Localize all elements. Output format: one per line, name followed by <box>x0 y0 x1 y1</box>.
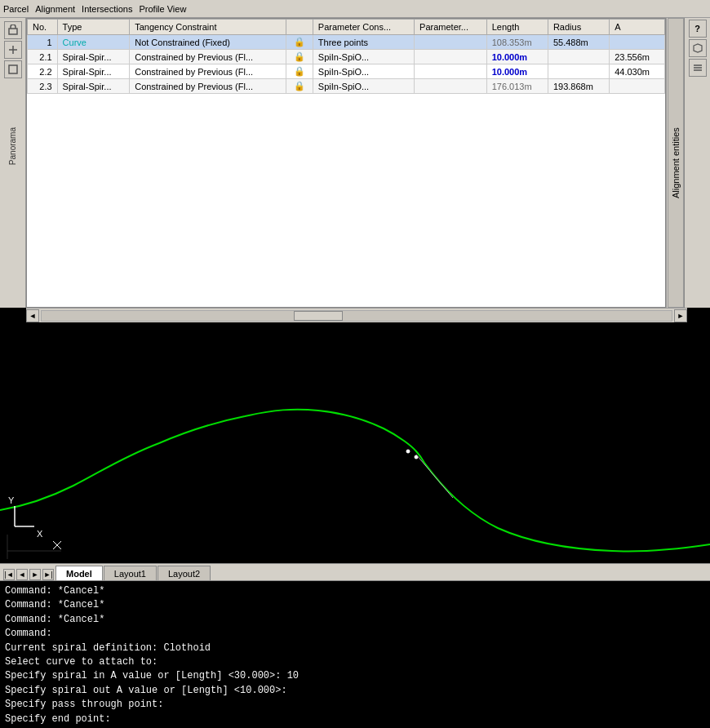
cell-lock: 🔒 <box>286 50 313 64</box>
horizontal-scrollbar[interactable]: ◄ ► <box>26 308 687 322</box>
cell-a: 23.556m <box>610 50 665 64</box>
canvas-viewport[interactable]: Y X <box>0 322 710 563</box>
alignment-entities-label[interactable]: Alignment entities <box>668 18 684 308</box>
alignment-label: Alignment <box>35 4 75 14</box>
cell-lock: 🔒 <box>286 64 313 79</box>
svg-line-9 <box>416 455 453 498</box>
col-tangency: Tangency Constraint <box>130 20 286 35</box>
cell-type: Spiral-Spir... <box>57 50 130 64</box>
table-row[interactable]: 2.1 Spiral-Spir... Constrained by Previo… <box>28 50 665 64</box>
command-line: Specify spiral in A value or [Length] <3… <box>5 669 705 683</box>
cell-param-cons: Three points <box>313 35 414 50</box>
cell-type: Spiral-Spir... <box>57 64 130 79</box>
col-a: A <box>610 20 665 35</box>
svg-text:X: X <box>37 529 43 539</box>
col-lock <box>286 20 313 35</box>
cell-type: Curve <box>57 35 130 50</box>
cell-param <box>415 64 487 79</box>
col-param: Parameter... <box>415 20 487 35</box>
svg-point-7 <box>406 450 410 453</box>
cell-radius <box>548 50 609 64</box>
cell-a <box>610 35 665 50</box>
cell-param-cons: SpiIn-SpiO... <box>313 79 414 94</box>
command-line: Specify spiral out A value or [Length] <… <box>5 684 705 698</box>
scroll-right-button[interactable]: ► <box>674 309 687 322</box>
col-no: No. <box>28 20 58 35</box>
command-area[interactable]: Command: *Cancel*Command: *Cancel*Comman… <box>0 581 710 728</box>
left-icon-strip: Panorama <box>0 18 26 308</box>
col-radius: Radius <box>548 20 609 35</box>
cell-no: 1 <box>28 35 58 50</box>
cell-param <box>415 50 487 64</box>
cell-length: 176.013m <box>486 79 548 94</box>
cell-radius: 193.868m <box>548 79 609 94</box>
command-line: Current spiral definition: Clothoid <box>5 641 705 655</box>
cell-lock: 🔒 <box>286 79 313 94</box>
table-row[interactable]: 2.3 Spiral-Spir... Constrained by Previo… <box>28 79 665 94</box>
cell-param-cons: SpiIn-SpiO... <box>313 50 414 64</box>
command-line: Command: *Cancel* <box>5 613 705 627</box>
cell-tangency: Constrained by Previous (Fl... <box>130 50 286 64</box>
left-icon-3[interactable] <box>4 60 22 78</box>
command-line: Specify pass through point: <box>5 698 705 712</box>
tab-nav-next[interactable]: ► <box>29 569 41 580</box>
cell-type: Spiral-Spir... <box>57 79 130 94</box>
cell-tangency: Constrained by Previous (Fl... <box>130 64 286 79</box>
command-line: Command: *Cancel* <box>5 584 705 598</box>
scroll-thumb[interactable] <box>294 311 343 321</box>
table-row[interactable]: 1 Curve Not Constrained (Fixed) 🔒 Three … <box>28 35 665 50</box>
panorama-label[interactable]: Panorama <box>8 127 17 165</box>
cell-no: 2.3 <box>28 79 58 94</box>
far-right-toolbar: ? <box>684 18 710 308</box>
alignment-table[interactable]: No. Type Tangency Constraint Parameter C… <box>26 18 666 308</box>
cell-a: 44.030m <box>610 64 665 79</box>
tab-nav-first[interactable]: |◄ <box>3 569 15 580</box>
cell-length: 108.353m <box>486 35 548 50</box>
tab-nav-prev[interactable]: ◄ <box>16 569 28 580</box>
cell-param <box>415 35 487 50</box>
svg-rect-0 <box>9 29 17 34</box>
left-icon-2[interactable] <box>4 41 22 59</box>
scroll-left-button[interactable]: ◄ <box>26 309 39 322</box>
intersections-label: Intersections <box>82 4 132 14</box>
cell-param <box>415 79 487 94</box>
tab-model[interactable]: Model <box>55 566 103 580</box>
svg-text:Y: Y <box>8 495 15 505</box>
tab-nav-last[interactable]: ►| <box>42 569 54 580</box>
right-panel[interactable]: Alignment entities <box>666 18 684 308</box>
main-panel: Panorama No. Type Tangency Constraint Pa… <box>0 18 710 308</box>
parcel-label: Parcel <box>3 4 29 14</box>
cell-param-cons: SpiIn-SpiO... <box>313 64 414 79</box>
cell-no: 2.1 <box>28 50 58 64</box>
left-icon-1[interactable] <box>4 21 22 39</box>
command-line: Specify end point: <box>5 712 705 726</box>
cell-radius <box>548 64 609 79</box>
tab-bar: |◄ ◄ ► ►| Model Layout1 Layout2 <box>0 563 710 581</box>
command-line: Command: <box>5 627 705 641</box>
col-type: Type <box>57 20 130 35</box>
col-param-cons: Parameter Cons... <box>313 20 414 35</box>
cell-radius: 55.488m <box>548 35 609 50</box>
cell-lock: 🔒 <box>286 35 313 50</box>
cell-tangency: Not Constrained (Fixed) <box>130 35 286 50</box>
command-line: Command: *Cancel* <box>5 598 705 612</box>
cell-a <box>610 79 665 94</box>
tab-layout1[interactable]: Layout1 <box>104 566 157 580</box>
cell-length: 10.000m <box>486 50 548 64</box>
scroll-track[interactable] <box>41 310 672 322</box>
table-row[interactable]: 2.2 Spiral-Spir... Constrained by Previo… <box>28 64 665 79</box>
col-length: Length <box>486 20 548 35</box>
tab-layout2[interactable]: Layout2 <box>158 566 211 580</box>
drawing-canvas: Y X <box>0 322 710 563</box>
cell-no: 2.2 <box>28 64 58 79</box>
profile-view-label: Profile View <box>139 4 186 14</box>
command-line: Select curve to attach to: <box>5 655 705 669</box>
svg-rect-3 <box>9 65 17 73</box>
cell-tangency: Constrained by Previous (Fl... <box>130 79 286 94</box>
right-icon-2[interactable] <box>689 59 707 77</box>
cell-length: 10.000m <box>486 64 548 79</box>
right-icon-1[interactable] <box>689 39 707 57</box>
help-button[interactable]: ? <box>689 20 707 38</box>
top-toolbar: Parcel Alignment Intersections Profile V… <box>0 0 710 18</box>
